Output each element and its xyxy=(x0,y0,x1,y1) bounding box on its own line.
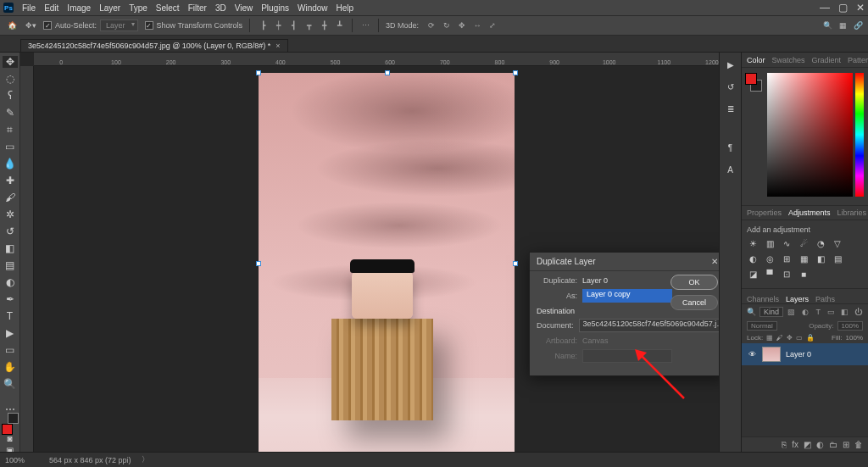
adj-gradient-map-icon[interactable]: ▀ xyxy=(764,268,776,280)
align-vcenter-icon[interactable]: ╋ xyxy=(318,19,330,31)
show-transform-checkbox[interactable]: ✓ xyxy=(145,21,153,30)
canvas-image[interactable] xyxy=(259,73,515,452)
align-hcenter-icon[interactable]: ┿ xyxy=(272,19,284,31)
layer-thumbnail[interactable] xyxy=(762,347,781,362)
3d-slide-icon[interactable]: ↔ xyxy=(471,19,483,31)
type-tool[interactable]: T xyxy=(3,310,18,322)
distribute-icon[interactable]: ⋯ xyxy=(359,19,371,31)
menu-select[interactable]: Select xyxy=(156,3,180,13)
foreground-color[interactable] xyxy=(2,424,13,435)
tab-gradient[interactable]: Gradient xyxy=(812,56,842,64)
menu-plugins[interactable]: Plugins xyxy=(261,3,289,13)
layer-filter-kind[interactable]: Kind xyxy=(760,307,783,317)
document-tab[interactable]: 3e5c4245120c58cf74e5f5069c904d57.jpg @ 1… xyxy=(20,39,288,52)
quickmask-icon[interactable]: ◙ xyxy=(7,434,12,443)
menu-image[interactable]: Image xyxy=(67,3,91,13)
lasso-tool[interactable]: ʕ xyxy=(3,90,18,102)
adj-exposure-icon[interactable]: ☄ xyxy=(798,237,810,249)
filter-pixel-icon[interactable]: ▧ xyxy=(787,307,797,317)
new-layer-icon[interactable]: ⊞ xyxy=(843,440,849,449)
menu-layer[interactable]: Layer xyxy=(99,3,120,13)
character-icon[interactable]: A xyxy=(724,163,737,176)
filter-smart-icon[interactable]: ◧ xyxy=(840,307,850,317)
menu-window[interactable]: Window xyxy=(298,3,328,13)
layer-style-icon[interactable]: fx xyxy=(792,440,798,449)
3d-orbit-icon[interactable]: ⟳ xyxy=(426,19,437,31)
path-select-tool[interactable]: ▶ xyxy=(3,327,18,339)
doc-info-chevron-icon[interactable]: 〉 xyxy=(142,454,149,465)
adj-solid-color-icon[interactable]: ■ xyxy=(798,268,810,280)
filter-shape-icon[interactable]: ▭ xyxy=(826,307,837,317)
window-close-icon[interactable]: ✕ xyxy=(856,2,865,14)
adj-threshold-icon[interactable]: ◪ xyxy=(747,268,759,280)
adj-selective-color-icon[interactable]: ⊡ xyxy=(781,268,793,280)
window-maximize-icon[interactable]: ▢ xyxy=(838,2,848,14)
hand-tool[interactable]: ✋ xyxy=(3,361,18,373)
adj-posterize-icon[interactable]: ▤ xyxy=(832,253,843,264)
layer-name[interactable]: Layer 0 xyxy=(786,350,811,359)
home-icon[interactable]: 🏠 xyxy=(5,19,19,31)
opacity-value[interactable]: 100% xyxy=(837,321,863,331)
delete-layer-icon[interactable]: 🗑 xyxy=(854,440,863,449)
history-icon[interactable]: ↺ xyxy=(724,80,737,93)
auto-select-target[interactable]: Layer xyxy=(100,19,138,31)
filter-adjust-icon[interactable]: ◐ xyxy=(800,307,810,317)
document-tab-close-icon[interactable]: × xyxy=(275,42,280,50)
adj-curves-icon[interactable]: ∿ xyxy=(781,237,793,249)
ok-button[interactable]: OK xyxy=(670,275,718,290)
tab-patterns[interactable]: Patterns xyxy=(848,56,868,64)
workspace-icon[interactable]: ▦ xyxy=(839,21,847,30)
dodge-tool[interactable]: ◐ xyxy=(3,276,18,288)
link-layers-icon[interactable]: ⎘ xyxy=(782,440,787,449)
document-select[interactable]: 3e5c4245120c58cf74e5f5069c904d57.j… xyxy=(579,319,719,332)
align-left-icon[interactable]: ┣ xyxy=(257,19,269,31)
layer-mask-icon[interactable]: ◩ xyxy=(804,440,811,449)
adj-channel-mixer-icon[interactable]: ⊞ xyxy=(781,253,793,264)
menu-help[interactable]: Help xyxy=(337,3,354,13)
lock-pixels-icon[interactable]: 🖌 xyxy=(776,334,783,342)
3d-zoom-icon[interactable]: ⤢ xyxy=(487,19,498,31)
tab-properties[interactable]: Properties xyxy=(747,208,782,217)
search-icon[interactable]: 🔍 xyxy=(823,21,832,30)
marquee-tool[interactable]: ◌ xyxy=(3,73,18,85)
cancel-button[interactable]: Cancel xyxy=(670,295,718,310)
canvas-area[interactable]: 0 100 200 300 400 500 600 700 800 900 10… xyxy=(20,53,719,452)
adj-brightness-icon[interactable]: ☀ xyxy=(747,237,759,249)
adj-vibrance-icon[interactable]: ◔ xyxy=(815,237,826,249)
tab-libraries[interactable]: Libraries xyxy=(837,208,867,217)
shape-tool[interactable]: ▭ xyxy=(3,344,18,356)
move-tool[interactable]: ✥ xyxy=(3,56,18,68)
lock-position-icon[interactable]: ✥ xyxy=(787,334,793,342)
eyedropper-tool[interactable]: 💧 xyxy=(3,158,18,170)
lock-artboard-icon[interactable]: ▭ xyxy=(796,334,803,342)
paragraph-icon[interactable]: ¶ xyxy=(724,141,737,154)
share-icon[interactable]: 🔗 xyxy=(854,21,863,30)
panel-foreground-swatch[interactable] xyxy=(745,73,757,85)
menu-3d[interactable]: 3D xyxy=(215,3,226,13)
align-right-icon[interactable]: ┫ xyxy=(287,19,299,31)
visibility-icon[interactable]: 👁 xyxy=(747,350,757,359)
fill-value[interactable]: 100% xyxy=(846,334,863,342)
filter-toggle-icon[interactable]: ⏻ xyxy=(853,307,863,317)
history-brush-tool[interactable]: ↺ xyxy=(3,225,18,237)
tab-channels[interactable]: Channels xyxy=(747,295,779,303)
layer-item[interactable]: 👁 Layer 0 xyxy=(742,343,868,365)
3d-pan-icon[interactable]: ✥ xyxy=(456,19,468,31)
align-top-icon[interactable]: ┳ xyxy=(303,19,314,31)
quick-select-tool[interactable]: ✎ xyxy=(3,107,18,119)
frame-tool[interactable]: ▭ xyxy=(3,141,18,153)
healing-tool[interactable]: ✚ xyxy=(3,175,18,186)
group-icon[interactable]: 🗀 xyxy=(829,440,837,449)
adjustment-layer-icon[interactable]: ◐ xyxy=(816,440,824,449)
menu-filter[interactable]: Filter xyxy=(188,3,207,13)
as-input[interactable]: Layer 0 copy xyxy=(582,289,672,303)
tab-color[interactable]: Color xyxy=(747,56,765,64)
dialog-close-icon[interactable]: ✕ xyxy=(711,257,718,266)
stamp-tool[interactable]: ✲ xyxy=(3,208,18,220)
adj-hue-icon[interactable]: ▽ xyxy=(832,237,843,249)
adj-bw-icon[interactable]: ◐ xyxy=(747,253,759,264)
menu-type[interactable]: Type xyxy=(129,3,147,13)
layers-icon[interactable]: ≣ xyxy=(724,102,737,115)
zoom-level[interactable]: 100% xyxy=(5,456,39,464)
3d-roll-icon[interactable]: ↻ xyxy=(441,19,453,31)
